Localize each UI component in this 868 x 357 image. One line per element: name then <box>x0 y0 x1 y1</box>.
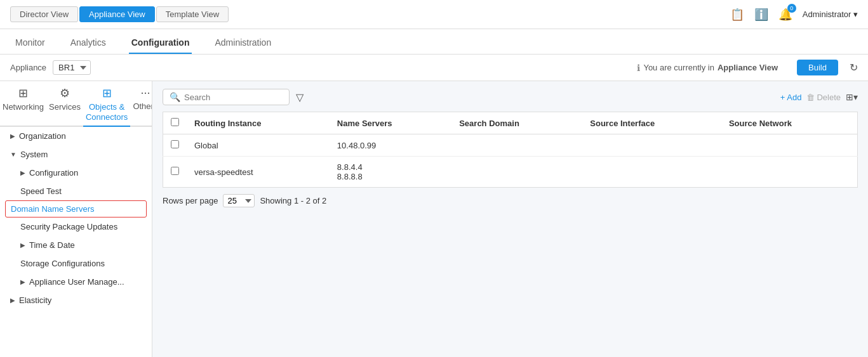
appliance-view-tab[interactable]: Appliance View <box>79 6 155 22</box>
chevron-right-icon-4: ▶ <box>20 278 25 285</box>
speedtest-label: Speed Test <box>20 186 62 196</box>
director-view-tab[interactable]: Director View <box>10 6 78 22</box>
row1-name-servers: 10.48.0.99 <box>330 134 451 157</box>
row2-routing-instance[interactable]: versa-speedtest <box>187 157 330 188</box>
services-icon: ⚙ <box>60 86 70 100</box>
row1-source-interface <box>582 134 721 157</box>
row2-checkbox-cell <box>163 157 187 188</box>
showing-text: Showing 1 - 2 of 2 <box>260 196 326 205</box>
add-button[interactable]: + Add <box>780 93 802 102</box>
objects-icon: ⊞ <box>102 86 112 100</box>
help-icon[interactable]: ℹ️ <box>754 8 768 22</box>
sidebar-item-objects[interactable]: ⊞ Objects &Connectors <box>83 81 130 127</box>
main-layout: ⊞ Networking ⚙ Services ⊞ Objects &Conne… <box>0 81 868 357</box>
security-label: Security Package Updates <box>20 222 117 231</box>
col-checkbox <box>163 112 187 134</box>
row1-search-domain <box>451 134 582 157</box>
clipboard-icon[interactable]: 📋 <box>730 8 744 22</box>
col-source-interface: Source Interface <box>582 112 721 134</box>
icon-nav: ⊞ Networking ⚙ Services ⊞ Objects &Conne… <box>0 81 152 127</box>
configuration-label: Configuration <box>29 168 78 178</box>
bell-badge: 0 <box>787 4 796 13</box>
chevron-right-icon-5: ▶ <box>10 297 15 304</box>
bell-icon[interactable]: 🔔 0 <box>778 8 792 22</box>
admin-menu[interactable]: Administrator ▾ <box>803 10 858 19</box>
content-area: 🔍 ▽ + Add 🗑 Delete ⊞▾ Routing I <box>152 81 868 357</box>
columns-button[interactable]: ⊞▾ <box>846 92 858 102</box>
top-bar: Director View Appliance View Template Vi… <box>0 0 868 29</box>
delete-button[interactable]: 🗑 Delete <box>806 93 841 102</box>
row1-source-network <box>721 134 858 157</box>
appliance-label: Appliance <box>10 63 46 72</box>
tree-item-security[interactable]: Security Package Updates <box>10 217 152 236</box>
delete-icon: 🗑 <box>806 93 815 102</box>
sidebar-item-services[interactable]: ⚙ Services <box>46 81 83 127</box>
nav-tabs: Monitor Analytics Configuration Administ… <box>0 29 868 55</box>
row1-checkbox-cell <box>163 134 187 157</box>
networking-icon: ⊞ <box>18 86 28 100</box>
elasticity-label: Elasticity <box>19 295 51 305</box>
chevron-down-icon: ▼ <box>10 151 17 158</box>
tree-item-configuration[interactable]: ▶ Configuration <box>10 164 152 182</box>
storage-label: Storage Configurations <box>20 259 105 268</box>
search-input[interactable] <box>184 93 283 102</box>
appliance-view-name: Appliance View <box>718 63 778 72</box>
table-row: versa-speedtest 8.8.4.4 8.8.8.8 <box>163 157 858 188</box>
row2-checkbox[interactable] <box>171 167 179 175</box>
view-tabs: Director View Appliance View Template Vi… <box>10 6 229 22</box>
others-label: Others <box>133 101 152 111</box>
appliance-info: ℹ You are currently in Appliance View <box>637 63 778 73</box>
info-circle-icon: ℹ <box>637 63 640 73</box>
data-table: Routing Instance Name Servers Search Dom… <box>163 112 858 188</box>
appliance-selector[interactable]: BR1 <box>53 60 91 75</box>
toolbar-right: + Add 🗑 Delete ⊞▾ <box>780 92 858 102</box>
services-label: Services <box>49 102 81 112</box>
dns-label: Domain Name Servers <box>11 204 95 214</box>
pagination: Rows per page 25 50 100 Showing 1 - 2 of… <box>163 194 858 207</box>
tree-item-storage[interactable]: Storage Configurations <box>10 254 152 273</box>
sidebar-item-others[interactable]: ··· Others <box>130 81 152 127</box>
refresh-icon[interactable]: ↻ <box>850 62 858 74</box>
sidebar-item-networking[interactable]: ⊞ Networking <box>0 81 46 127</box>
row1-checkbox[interactable] <box>171 140 179 148</box>
tree-item-organization[interactable]: ▶ Organization <box>0 127 152 145</box>
rows-per-page-label: Rows per page <box>163 196 218 205</box>
objects-label: Objects &Connectors <box>86 102 128 122</box>
col-routing-instance: Routing Instance <box>187 112 330 134</box>
tab-analytics[interactable]: Analytics <box>68 32 109 54</box>
row2-search-domain <box>451 157 582 188</box>
search-box[interactable]: 🔍 <box>163 89 290 105</box>
filter-icon[interactable]: ▽ <box>296 91 304 103</box>
tree-item-system[interactable]: ▼ System <box>0 145 152 164</box>
system-label: System <box>20 150 48 159</box>
col-name-servers: Name Servers <box>330 112 451 134</box>
row2-source-interface <box>582 157 721 188</box>
appliance-bar: Appliance BR1 ℹ You are currently in App… <box>0 55 868 81</box>
col-source-network: Source Network <box>721 112 858 134</box>
chevron-right-icon: ▶ <box>10 133 15 140</box>
chevron-right-icon-2: ▶ <box>20 169 25 176</box>
row1-routing-instance[interactable]: Global <box>187 134 330 157</box>
template-view-tab[interactable]: Template View <box>156 6 229 22</box>
usermgmt-label: Appliance User Manage... <box>29 277 124 287</box>
top-right-icons: 📋 ℹ️ 🔔 0 Administrator ▾ <box>730 8 858 22</box>
row2-name-servers: 8.8.4.4 8.8.8.8 <box>330 157 451 188</box>
networking-label: Networking <box>3 102 44 112</box>
tree-item-speedtest[interactable]: Speed Test <box>10 182 152 200</box>
tree-item-usermgmt[interactable]: ▶ Appliance User Manage... <box>10 273 152 291</box>
tab-administration[interactable]: Administration <box>212 32 274 54</box>
table-header-row: Routing Instance Name Servers Search Dom… <box>163 112 858 134</box>
appliance-info-text: You are currently in <box>643 63 714 72</box>
content-toolbar: 🔍 ▽ + Add 🗑 Delete ⊞▾ <box>163 89 858 105</box>
table-row: Global 10.48.0.99 <box>163 134 858 157</box>
tab-configuration[interactable]: Configuration <box>129 32 192 54</box>
tree-item-elasticity[interactable]: ▶ Elasticity <box>0 291 152 309</box>
col-search-domain: Search Domain <box>451 112 582 134</box>
tree-item-timedate[interactable]: ▶ Time & Date <box>10 236 152 254</box>
rows-per-page-select[interactable]: 25 50 100 <box>223 194 255 207</box>
tab-monitor[interactable]: Monitor <box>13 32 48 54</box>
select-all-checkbox[interactable] <box>171 118 179 126</box>
build-button[interactable]: Build <box>797 60 838 75</box>
tree-item-dns[interactable]: Domain Name Servers <box>5 200 147 217</box>
chevron-right-icon-3: ▶ <box>20 242 25 249</box>
